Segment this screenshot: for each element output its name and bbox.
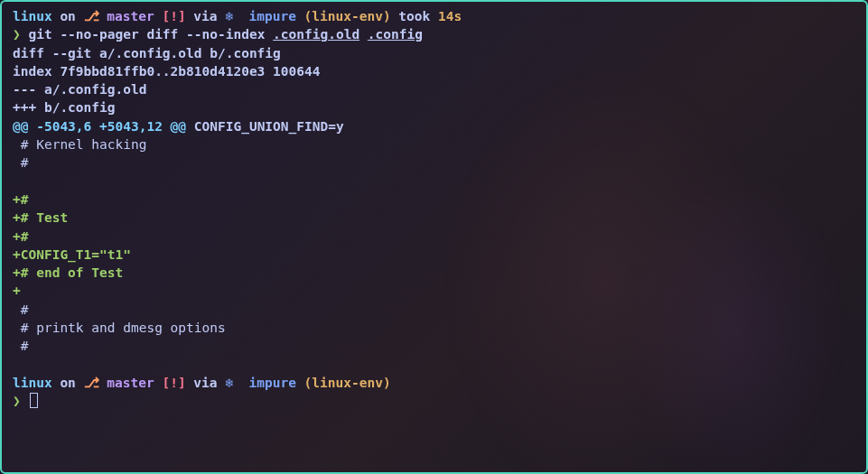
diff-added-4: +CONFIG_T1="t1" xyxy=(13,246,855,264)
cwd-2: linux xyxy=(13,376,52,390)
diff-header-4: +++ b/.config xyxy=(13,98,855,116)
branch-name-2: master xyxy=(99,376,163,390)
hunk-range: @@ -5043,6 +5043,12 @@ xyxy=(13,119,186,134)
took-text: took xyxy=(391,9,438,23)
prompt-symbol-2: ❯ xyxy=(13,394,28,408)
env-name: (linux-env) xyxy=(304,9,391,23)
arg-space xyxy=(359,27,368,42)
diff-context-5: # xyxy=(13,337,855,355)
prompt-line-1: linux on ⎇ master [!] via ❄ impure (linu… xyxy=(13,7,855,25)
branch-icon-2: ⎇ xyxy=(84,376,99,390)
diff-added-6: + xyxy=(13,282,855,300)
prompt-symbol: ❯ xyxy=(13,27,28,42)
snowflake-icon-2: ❄ xyxy=(225,376,240,390)
git-status: [!] xyxy=(162,9,185,23)
diff-header-1: diff --git a/.config.old b/.config xyxy=(13,44,855,62)
diff-header-3: --- a/.config.old xyxy=(13,80,855,98)
diff-blank-1 xyxy=(13,172,855,191)
git-status-2: [!] xyxy=(162,376,185,390)
duration-text: 14s xyxy=(438,9,462,23)
impure-label: impure xyxy=(241,9,304,23)
env-name-2: (linux-env) xyxy=(304,376,391,390)
diff-added-1: +# xyxy=(13,191,855,209)
diff-added-3: +# xyxy=(13,228,855,246)
impure-label-2: impure xyxy=(241,376,304,390)
arg-new: .config xyxy=(368,27,423,42)
hunk-context: CONFIG_UNION_FIND=y xyxy=(186,119,344,134)
branch-name: master xyxy=(99,9,163,23)
arg-old: .config.old xyxy=(273,27,359,42)
diff-context-1: # Kernel hacking xyxy=(13,135,855,153)
diff-added-5: +# end of Test xyxy=(13,264,855,282)
diff-header-2: index 7f9bbd81ffb0..2b810d4120e3 100644 xyxy=(13,62,855,80)
cwd: linux xyxy=(13,9,52,23)
snowflake-icon: ❄ xyxy=(225,9,240,23)
diff-context-4: # printk and dmesg options xyxy=(13,319,855,337)
on-text: on xyxy=(52,9,84,23)
command-text: git --no-pager diff --no-index xyxy=(28,27,273,42)
cursor xyxy=(30,393,38,408)
branch-icon: ⎇ xyxy=(84,9,99,23)
active-prompt-line[interactable]: ❯ xyxy=(13,392,855,410)
on-text-2: on xyxy=(52,376,84,390)
diff-hunk: @@ -5043,6 +5043,12 @@ CONFIG_UNION_FIND… xyxy=(13,117,855,135)
terminal-window[interactable]: linux on ⎇ master [!] via ❄ impure (linu… xyxy=(0,0,868,474)
diff-added-2: +# Test xyxy=(13,209,855,227)
terminal-content[interactable]: linux on ⎇ master [!] via ❄ impure (linu… xyxy=(13,7,855,411)
via-text: via xyxy=(186,9,226,23)
diff-context-2: # xyxy=(13,153,855,172)
command-line: ❯ git --no-pager diff --no-index .config… xyxy=(13,25,855,43)
diff-context-3: # xyxy=(13,301,855,319)
via-text-2: via xyxy=(186,376,226,390)
prompt-line-2: linux on ⎇ master [!] via ❄ impure (linu… xyxy=(13,374,855,392)
diff-blank-2 xyxy=(13,356,855,374)
